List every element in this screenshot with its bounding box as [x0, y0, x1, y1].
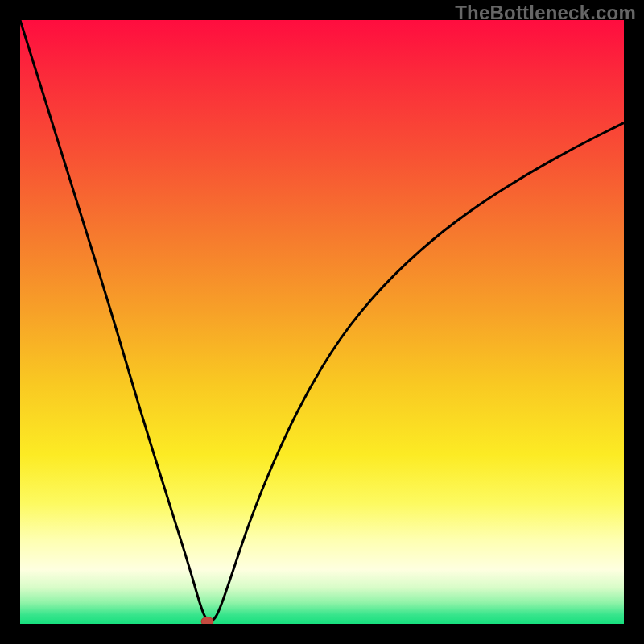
- gradient-background: [20, 20, 624, 624]
- watermark-text: TheBottleneck.com: [455, 2, 636, 24]
- plot-area: [20, 20, 624, 624]
- chart-outer-frame: TheBottleneck.com: [0, 0, 644, 644]
- minimum-marker: [201, 617, 213, 624]
- bottleneck-chart-svg: [20, 20, 624, 624]
